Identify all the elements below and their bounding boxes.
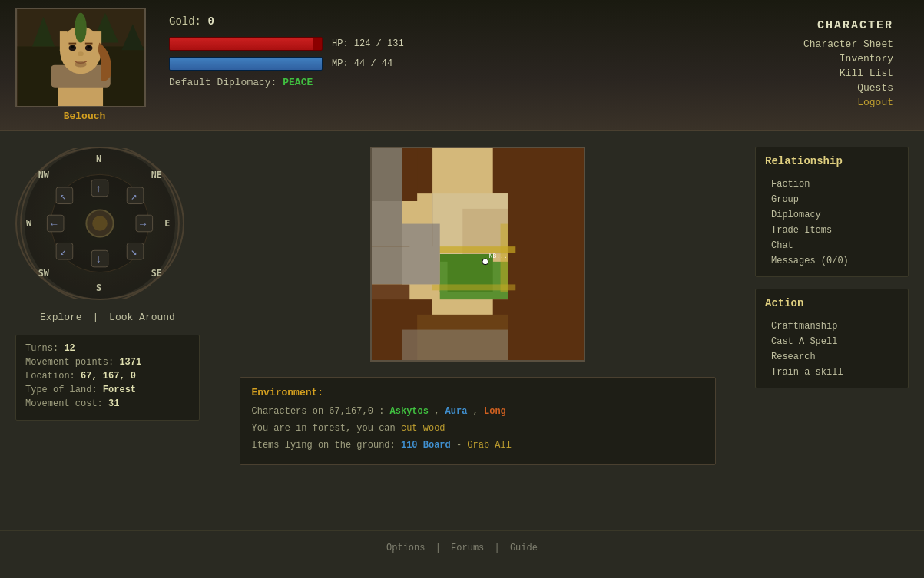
location-row: Location: 67, 167, 0 [25, 371, 190, 381]
chat-link[interactable]: Chat [765, 238, 899, 253]
svg-text:S: S [96, 282, 101, 293]
svg-point-26 [92, 216, 108, 231]
forest-line: You are in forest, you can cut wood [252, 421, 704, 435]
diplomacy-line: Default Diplomacy: PEACE [169, 77, 819, 88]
main-content: NW N NE W E SW S SE ↖ [0, 131, 924, 515]
svg-rect-77 [402, 330, 508, 360]
messages-link[interactable]: Messages (0/0) [765, 253, 899, 269]
grab-all-link[interactable]: Grab All [467, 440, 512, 451]
svg-text:→: → [140, 219, 147, 230]
diplomacy-label: Default Diplomacy: [169, 77, 277, 88]
hp-bar-row: HP: 124 / 131 [169, 37, 819, 51]
relationship-title: Relationship [765, 155, 899, 170]
options-link[interactable]: Options [386, 543, 425, 553]
diplomacy-value: PEACE [283, 77, 313, 88]
left-panel: NW N NE W E SW S SE ↖ [15, 147, 200, 500]
kill-list-link[interactable]: Kill List [803, 68, 893, 79]
hp-bar [169, 37, 323, 51]
board-link[interactable]: 110 Board [401, 440, 451, 451]
svg-text:↖: ↖ [60, 191, 66, 203]
svg-rect-54 [372, 193, 402, 284]
right-panel: Relationship Faction Group Diplomacy Tra… [755, 147, 909, 500]
research-link[interactable]: Research [765, 349, 899, 365]
character-askytos[interactable]: Askytos [390, 406, 429, 417]
movement-cost-label: Movement cost: [25, 398, 103, 409]
svg-text:←: ← [51, 219, 58, 230]
craftmanship-link[interactable]: Craftmanship [765, 319, 899, 334]
compass-svg: NW N NE W E SW S SE ↖ [17, 148, 183, 299]
svg-point-72 [482, 259, 488, 265]
inventory-link[interactable]: Inventory [803, 53, 893, 64]
character-long[interactable]: Long [484, 406, 506, 417]
explore-row: Explore | Look Around [15, 312, 200, 323]
footer: Options | Forums | Guide [0, 530, 924, 565]
svg-text:↗: ↗ [131, 191, 137, 203]
svg-text:↘: ↘ [131, 246, 137, 258]
group-link[interactable]: Group [765, 192, 899, 207]
avatar-container: Belouch [15, 8, 154, 122]
character-sheet-link[interactable]: Character Sheet [803, 38, 893, 50]
action-section: Action Craftmanship Cast A Spell Researc… [755, 289, 909, 388]
guide-link[interactable]: Guide [510, 543, 538, 553]
explore-link[interactable]: Explore [40, 312, 82, 323]
land-type-label: Type of land: [25, 385, 98, 395]
svg-rect-21 [18, 9, 144, 106]
action-title: Action [765, 297, 899, 312]
logout-link[interactable]: Logout [803, 97, 893, 108]
svg-rect-71 [402, 224, 439, 285]
svg-text:E: E [164, 218, 170, 229]
dash: - [456, 440, 467, 451]
look-around-link[interactable]: Look Around [109, 312, 175, 323]
location-value: 67, 167, 0 [81, 371, 136, 381]
map-container: NB... [370, 147, 585, 362]
svg-text:NE: NE [151, 170, 162, 180]
character-panel: CHARACTER Character Sheet Inventory Kill… [803, 19, 893, 111]
svg-text:NW: NW [38, 170, 50, 180]
footer-sep2: | [495, 543, 500, 553]
gold-line: Gold: 0 [169, 15, 819, 28]
diplomacy-nav-link[interactable]: Diplomacy [765, 207, 899, 223]
movement-cost-row: Movement cost: 31 [25, 398, 190, 409]
footer-sep1: | [436, 543, 441, 553]
faction-link[interactable]: Faction [765, 177, 899, 192]
movement-cost-value: 31 [108, 398, 119, 409]
turns-row: Turns: 12 [25, 343, 190, 354]
quests-link[interactable]: Quests [803, 82, 893, 94]
comma1: , [434, 406, 445, 417]
cast-spell-link[interactable]: Cast A Spell [765, 334, 899, 349]
characters-prefix: Characters on 67,167,0 : [252, 406, 385, 417]
forest-text-prefix: You are in forest, you can [252, 423, 401, 434]
mp-bar-row: MP: 44 / 44 [169, 57, 819, 71]
svg-text:↓: ↓ [95, 254, 101, 266]
svg-text:SW: SW [38, 268, 50, 279]
svg-text:↑: ↑ [95, 183, 101, 195]
avatar-box [15, 8, 146, 107]
items-line: Items lying on the ground: 110 Board - G… [252, 438, 704, 452]
relationship-section: Relationship Faction Group Diplomacy Tra… [755, 147, 909, 277]
center-panel: NB... Environment: Characters on 67,167,… [215, 147, 740, 500]
avatar-image [17, 9, 144, 106]
movement-points-label: Movement points: [25, 357, 114, 368]
hp-text: HP: 124 / 131 [332, 38, 404, 49]
train-skill-link[interactable]: Train a skill [765, 365, 899, 380]
mp-bar [169, 57, 323, 71]
turns-label: Turns: [25, 343, 58, 354]
map-svg: NB... [372, 148, 584, 360]
cut-wood-link[interactable]: cut wood [401, 423, 445, 434]
hp-fill [170, 38, 313, 50]
char-info: Gold: 0 HP: 124 / 131 MP: 44 / 44 Defaul… [169, 8, 819, 88]
characters-line: Characters on 67,167,0 : Askytos , Aura … [252, 405, 704, 418]
trade-items-link[interactable]: Trade Items [765, 223, 899, 238]
gold-value: 0 [207, 15, 214, 28]
stats-box: Turns: 12 Movement points: 1371 Location… [15, 335, 200, 421]
svg-rect-61 [492, 148, 583, 193]
svg-text:N: N [96, 154, 101, 164]
svg-text:↙: ↙ [60, 246, 66, 258]
header: Belouch Gold: 0 HP: 124 / 131 MP: 44 / 4… [0, 0, 924, 131]
forums-link[interactable]: Forums [451, 543, 484, 553]
character-aura[interactable]: Aura [445, 406, 468, 417]
mp-fill [170, 58, 322, 70]
svg-text:SE: SE [151, 268, 162, 279]
svg-rect-55 [372, 148, 402, 201]
character-name: Belouch [15, 111, 154, 122]
